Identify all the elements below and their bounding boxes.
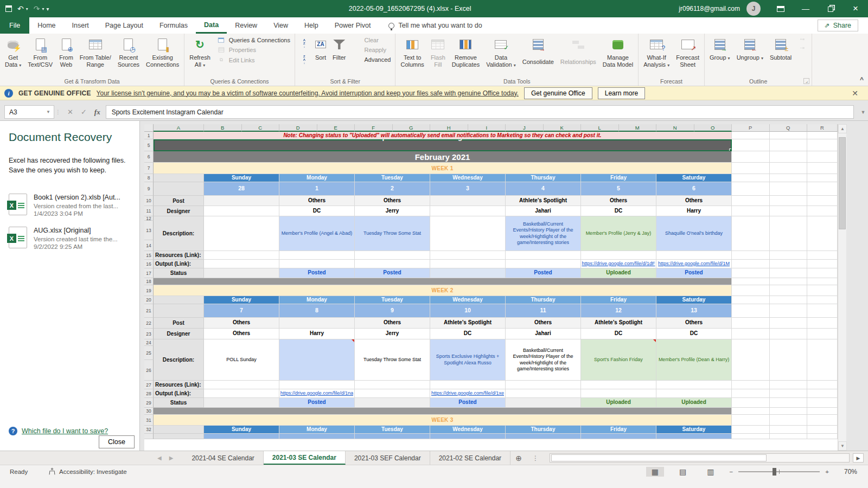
status-cell[interactable]: Uploaded — [656, 398, 732, 408]
date-cell[interactable]: 4 — [506, 182, 581, 196]
status-cell[interactable]: Uploaded — [581, 398, 656, 408]
output-cell[interactable]: https://drive.google.com/file/d/1dF — [581, 260, 656, 268]
row-header[interactable]: 5 — [144, 139, 154, 151]
grid-cell[interactable] — [807, 163, 838, 174]
day-header-cell[interactable]: Wednesday — [430, 296, 506, 304]
sort-button[interactable]: ZASort — [312, 35, 329, 76]
grid-cell[interactable] — [770, 268, 808, 278]
output-cell[interactable] — [506, 389, 581, 398]
resources-cell[interactable] — [204, 251, 279, 260]
output-cell[interactable] — [355, 260, 430, 268]
description-cell[interactable]: POLL Sunday — [204, 339, 279, 381]
row-header[interactable]: 10 — [144, 196, 154, 206]
week-label-cell[interactable]: WEEK 2 — [154, 285, 732, 296]
small-button-button[interactable]: AZ↓ — [297, 36, 311, 51]
resources-cell[interactable] — [581, 381, 656, 389]
grid-cell[interactable] — [807, 389, 838, 398]
row-header[interactable]: 18 — [144, 278, 154, 285]
row-header[interactable]: 21 — [144, 304, 154, 318]
accessibility-status[interactable]: Accessibility: Investigate — [49, 468, 127, 476]
from-web-button[interactable]: ⊕FromWeb — [56, 35, 76, 76]
day-header-cell[interactable]: Friday — [581, 426, 656, 434]
vertical-scrollbar[interactable]: ▲ ▼ — [838, 124, 846, 451]
row-header[interactable]: 6 — [144, 151, 154, 163]
grid-cell[interactable] — [770, 278, 808, 285]
recovery-close-button[interactable]: Close — [99, 435, 135, 448]
column-header[interactable]: N — [656, 124, 694, 132]
advanced-button[interactable]: Advanced — [350, 55, 393, 64]
description-cell[interactable]: Shaquille O'neal's birthday — [656, 216, 732, 251]
grid-cell[interactable] — [770, 285, 808, 296]
scroll-up-icon[interactable]: ▲ — [838, 124, 847, 133]
grid-cell[interactable] — [732, 139, 770, 151]
week-label-cell[interactable]: WEEK 3 — [154, 415, 732, 426]
grid-cell[interactable] — [770, 389, 808, 398]
row-header[interactable]: 9 — [144, 182, 154, 196]
description-cell[interactable]: Tuesday Throw Some Stat — [355, 339, 430, 381]
row-header[interactable]: 13 — [144, 221, 154, 240]
day-header-cell[interactable]: Wednesday — [430, 174, 506, 182]
grid-cell[interactable] — [807, 216, 838, 251]
grid-cell[interactable] — [770, 132, 808, 139]
status-cell[interactable]: Posted — [506, 268, 581, 278]
horizontal-scrollbar[interactable] — [550, 453, 850, 463]
vertical-scroll-thumb[interactable] — [839, 137, 846, 229]
date-cell[interactable]: 2 — [355, 182, 430, 196]
recent-sources-button[interactable]: ◷RecentSources — [115, 35, 142, 76]
grid-cell[interactable] — [807, 329, 838, 339]
grid-cell[interactable] — [732, 260, 770, 268]
resources-cell[interactable] — [581, 251, 656, 260]
tab-help[interactable]: Help — [296, 17, 327, 34]
tab-power-pivot[interactable]: Power Pivot — [327, 17, 379, 34]
date-cell[interactable]: 13 — [656, 304, 732, 318]
minimize-button[interactable]: — — [793, 0, 818, 17]
grid-cell[interactable] — [732, 398, 770, 408]
grid-cell[interactable] — [807, 206, 838, 216]
name-box[interactable]: A3 ▼ — [4, 105, 54, 119]
output-cell[interactable] — [506, 260, 581, 268]
sheet-tab-2021-03-se-calendar[interactable]: 2021-03 SE Calendar — [264, 451, 346, 465]
column-header[interactable]: I — [468, 124, 506, 132]
grid-cell[interactable] — [732, 163, 770, 174]
grid-cell[interactable] — [732, 285, 770, 296]
tab-file[interactable]: File — [0, 17, 29, 34]
column-header[interactable]: O — [694, 124, 732, 132]
share-button[interactable]: ⇗ Share — [818, 20, 858, 31]
designer-cell[interactable]: Others — [204, 329, 279, 339]
description-cell[interactable]: Basketball/Current Events/History Player… — [506, 216, 581, 251]
date-cell[interactable]: 5 — [581, 182, 656, 196]
post-cell[interactable]: Athlete's Spotlight — [430, 318, 506, 329]
output-link[interactable]: https://drive.google.com/file/d/1xe — [431, 390, 504, 396]
row-header[interactable]: 28 — [144, 389, 154, 398]
day-header-cell[interactable]: Saturday — [656, 174, 732, 182]
output-cell[interactable] — [656, 389, 732, 398]
grid-cell[interactable] — [770, 196, 808, 206]
grid-cell[interactable] — [807, 182, 838, 196]
grid-cell[interactable] — [807, 151, 838, 163]
status-cell[interactable] — [204, 398, 279, 408]
post-cell[interactable]: Others — [355, 196, 430, 206]
grid-cell[interactable] — [807, 408, 838, 415]
scroll-right-icon[interactable]: ▶ — [853, 453, 864, 463]
row-header[interactable]: 12 — [144, 216, 154, 221]
grid-cell[interactable] — [770, 426, 808, 434]
date-cell[interactable]: 7 — [204, 304, 279, 318]
refresh-all-button[interactable]: ↻RefreshAll ▾ — [187, 35, 213, 76]
undo-icon[interactable]: ↶ — [17, 5, 24, 12]
row-header[interactable]: 30 — [144, 408, 154, 415]
grid-cell[interactable] — [807, 174, 838, 182]
grid-cell[interactable] — [732, 206, 770, 216]
column-header[interactable]: E — [317, 124, 355, 132]
recovered-file[interactable]: XAUG.xlsx [Original]Version created last… — [9, 227, 131, 250]
date-cell[interactable] — [656, 434, 732, 439]
grid-cell[interactable] — [770, 304, 808, 318]
status-cell[interactable]: Posted — [279, 398, 355, 408]
day-header-cell[interactable]: Monday — [279, 426, 355, 434]
post-cell[interactable]: Athlete's Spotlight — [506, 196, 581, 206]
grid-cell[interactable] — [770, 174, 808, 182]
grid-cell[interactable] — [732, 434, 770, 439]
filter-button[interactable]: Filter — [330, 35, 348, 76]
description-cell[interactable]: Member's Profile (Angel & Abad) — [279, 216, 355, 251]
grid-cell[interactable] — [770, 151, 808, 163]
formula-input[interactable]: Sports Excitement Instagram Calendar — [106, 105, 854, 119]
